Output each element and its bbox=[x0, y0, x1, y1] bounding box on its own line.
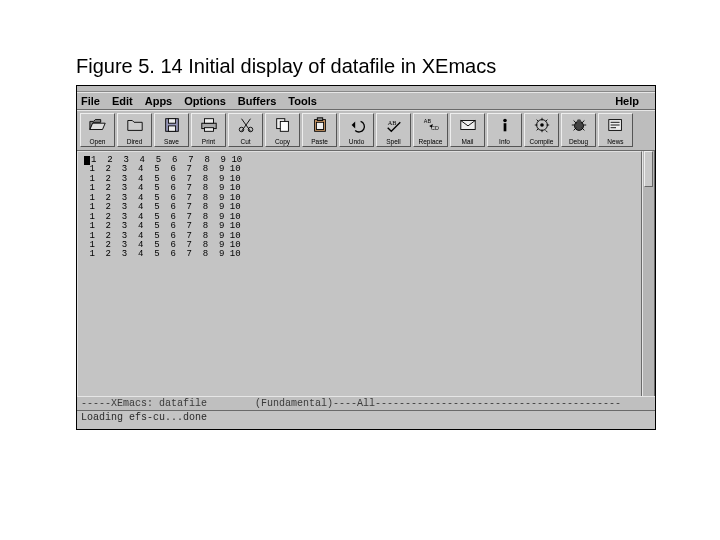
text-cursor bbox=[84, 156, 90, 165]
paste-icon bbox=[310, 116, 330, 133]
save-icon bbox=[162, 116, 182, 133]
svg-rect-12 bbox=[316, 122, 323, 129]
toolbar-label: Cut bbox=[240, 138, 250, 145]
paste-button[interactable]: Paste bbox=[302, 113, 337, 147]
toolbar-label: Copy bbox=[275, 138, 290, 145]
toolbar-label: Debug bbox=[569, 138, 588, 145]
save-button[interactable]: Save bbox=[154, 113, 189, 147]
replace-icon: ABCD bbox=[421, 116, 441, 133]
menu-options[interactable]: Options bbox=[184, 95, 226, 107]
menu-tools[interactable]: Tools bbox=[288, 95, 317, 107]
toolbar-label: Undo bbox=[349, 138, 365, 145]
spell-icon: AB bbox=[384, 116, 404, 133]
menu-buffers[interactable]: Buffers bbox=[238, 95, 277, 107]
copy-icon bbox=[273, 116, 293, 133]
menu-bar: File Edit Apps Options Buffers Tools Hel… bbox=[77, 92, 655, 110]
news-button[interactable]: News bbox=[598, 113, 633, 147]
print-button[interactable]: Print bbox=[191, 113, 226, 147]
svg-point-17 bbox=[503, 118, 507, 122]
copy-button[interactable]: Copy bbox=[265, 113, 300, 147]
vertical-scrollbar[interactable] bbox=[642, 151, 655, 396]
toolbar: OpenDiredSavePrintCutCopyPasteUndoABSpel… bbox=[77, 110, 655, 151]
editor-buffer[interactable]: 1 2 3 4 5 6 7 8 9 10 1 2 3 4 5 6 7 8 9 1… bbox=[77, 151, 642, 396]
toolbar-label: Mail bbox=[462, 138, 474, 145]
news-icon bbox=[606, 116, 626, 133]
mail-button[interactable]: Mail bbox=[450, 113, 485, 147]
open-button[interactable]: Open bbox=[80, 113, 115, 147]
undo-icon bbox=[347, 116, 367, 133]
debug-icon bbox=[569, 116, 589, 133]
toolbar-label: News bbox=[607, 138, 623, 145]
cut-icon bbox=[236, 116, 256, 133]
svg-rect-9 bbox=[280, 121, 288, 131]
svg-rect-2 bbox=[168, 125, 175, 130]
info-icon bbox=[495, 116, 515, 133]
menu-help[interactable]: Help bbox=[615, 95, 639, 107]
toolbar-label: Save bbox=[164, 138, 179, 145]
menu-edit[interactable]: Edit bbox=[112, 95, 133, 107]
svg-point-22 bbox=[576, 119, 581, 124]
svg-text:AB: AB bbox=[423, 118, 431, 124]
replace-button[interactable]: ABCDReplace bbox=[413, 113, 448, 147]
svg-rect-5 bbox=[204, 127, 213, 131]
dired-button[interactable]: Dired bbox=[117, 113, 152, 147]
svg-text:AB: AB bbox=[387, 119, 396, 126]
xemacs-window: File Edit Apps Options Buffers Tools Hel… bbox=[76, 85, 656, 430]
cut-button[interactable]: Cut bbox=[228, 113, 263, 147]
print-icon bbox=[199, 116, 219, 133]
mail-icon bbox=[458, 116, 478, 133]
figure-caption: Figure 5. 14 Initial display of datafile… bbox=[76, 55, 496, 78]
undo-button[interactable]: Undo bbox=[339, 113, 374, 147]
toolbar-label: Paste bbox=[311, 138, 328, 145]
info-button[interactable]: Info bbox=[487, 113, 522, 147]
svg-rect-4 bbox=[204, 118, 213, 123]
toolbar-label: Dired bbox=[127, 138, 143, 145]
toolbar-label: Spell bbox=[386, 138, 400, 145]
toolbar-label: Print bbox=[202, 138, 215, 145]
toolbar-label: Replace bbox=[419, 138, 443, 145]
toolbar-label: Open bbox=[90, 138, 106, 145]
scrollbar-thumb[interactable] bbox=[644, 151, 653, 187]
dired-icon bbox=[125, 116, 145, 133]
debug-button[interactable]: Debug bbox=[561, 113, 596, 147]
svg-point-20 bbox=[540, 123, 544, 127]
compile-icon bbox=[532, 116, 552, 133]
svg-rect-11 bbox=[317, 117, 322, 120]
toolbar-label: Compile bbox=[530, 138, 554, 145]
svg-rect-18 bbox=[503, 123, 506, 131]
menu-file[interactable]: File bbox=[81, 95, 100, 107]
open-icon bbox=[88, 116, 108, 133]
compile-button[interactable]: Compile bbox=[524, 113, 559, 147]
minibuffer: Loading efs-cu...done bbox=[77, 411, 655, 429]
spell-button[interactable]: ABSpell bbox=[376, 113, 411, 147]
toolbar-label: Info bbox=[499, 138, 510, 145]
mode-line: -----XEmacs: datafile (Fundamental)----A… bbox=[77, 396, 655, 411]
svg-rect-1 bbox=[168, 118, 175, 123]
menu-apps[interactable]: Apps bbox=[145, 95, 173, 107]
